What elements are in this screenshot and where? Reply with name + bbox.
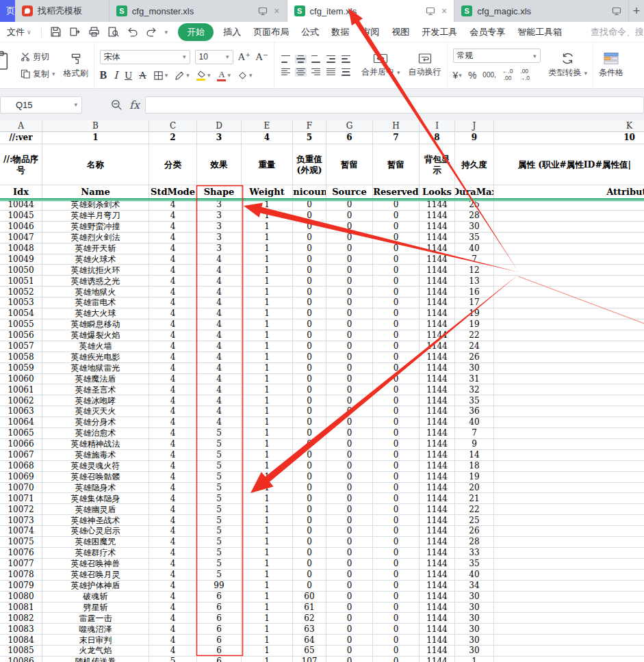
cell[interactable] <box>494 526 644 537</box>
cell[interactable]: 英雄抗拒火环 <box>42 265 149 276</box>
cell[interactable]: 0 <box>293 559 326 570</box>
cell[interactable]: 3 <box>197 211 242 222</box>
cell[interactable]: 0 <box>293 330 326 341</box>
cell[interactable]: 0 <box>326 592 373 603</box>
cell[interactable]: 4 <box>149 287 197 297</box>
cell[interactable] <box>494 276 644 287</box>
cell[interactable]: 0 <box>373 646 420 657</box>
tab-docer-templates[interactable]: 找稻壳模板 <box>15 0 110 22</box>
cell[interactable]: 30 <box>455 624 494 635</box>
cell[interactable]: 1144 <box>420 570 455 581</box>
name-box[interactable]: Q15▾ <box>0 96 82 114</box>
cell[interactable]: 0 <box>373 483 420 494</box>
cell[interactable]: 1 <box>242 384 293 395</box>
cell[interactable]: 英雄大火球 <box>42 308 149 319</box>
cell[interactable]: 1144 <box>420 319 455 330</box>
cell[interactable]: 1144 <box>420 472 455 483</box>
cell[interactable]: 1144 <box>420 233 455 243</box>
cell[interactable] <box>494 233 644 243</box>
cell[interactable]: 英雄召唤神兽 <box>42 559 149 570</box>
cell[interactable]: 1 <box>242 265 293 276</box>
column-header[interactable]: D <box>197 120 242 132</box>
cell[interactable]: 10069 <box>0 472 42 483</box>
cell[interactable]: 1 <box>242 592 293 603</box>
cell[interactable]: 7 <box>373 132 420 144</box>
cell[interactable]: 1 <box>242 439 293 450</box>
cell[interactable]: 1144 <box>420 613 455 624</box>
currency-button[interactable]: ¥▾ <box>453 70 462 81</box>
cell[interactable]: 1 <box>242 581 293 592</box>
cell[interactable]: 0 <box>326 330 373 341</box>
cell[interactable]: 1 <box>242 515 293 526</box>
cell[interactable]: 英雄召唤骷髅 <box>42 472 149 483</box>
menu-tab-9[interactable]: 智能工具箱 <box>511 23 568 41</box>
cell[interactable]: 0 <box>326 211 373 222</box>
cut-button[interactable]: 剪切 <box>21 51 55 63</box>
cell[interactable]: 1 <box>242 537 293 548</box>
cell[interactable]: 1 <box>242 395 293 406</box>
cell[interactable]: 10063 <box>0 406 42 417</box>
cell[interactable]: 1 <box>242 613 293 624</box>
cell[interactable]: 10085 <box>0 646 42 657</box>
cell[interactable]: 英雄心灵启示 <box>42 526 149 537</box>
cell[interactable]: 4 <box>149 526 197 537</box>
cell[interactable]: 0 <box>373 548 420 559</box>
cell[interactable]: 英雄半月弯刀 <box>42 211 149 222</box>
cell[interactable]: 英雄集体隐身 <box>42 493 149 504</box>
cell[interactable] <box>494 493 644 504</box>
cell[interactable]: 0 <box>293 417 326 428</box>
cell[interactable] <box>494 570 644 581</box>
cell[interactable]: 10066 <box>0 439 42 450</box>
cell[interactable]: Shape <box>197 185 242 200</box>
align-center-icon[interactable] <box>295 68 307 77</box>
column-header[interactable]: G <box>326 120 373 132</box>
cell[interactable]: 0 <box>326 265 373 276</box>
cell[interactable]: 21 <box>455 493 494 504</box>
cell[interactable]: 英雄地狱火 <box>42 287 149 297</box>
cell[interactable]: 0 <box>326 570 373 581</box>
cell[interactable]: 10054 <box>0 308 42 319</box>
cell[interactable] <box>494 330 644 341</box>
cell[interactable]: 0 <box>293 581 326 592</box>
align-left-icon[interactable] <box>280 68 292 77</box>
cell[interactable]: 英雄圣言术 <box>42 384 149 395</box>
cell[interactable]: 1144 <box>420 265 455 276</box>
cell[interactable]: 10047 <box>0 233 42 243</box>
cell[interactable]: 9 <box>455 132 494 144</box>
cell[interactable]: 英雄分身术 <box>42 417 149 428</box>
cell[interactable]: 0 <box>326 341 373 352</box>
cell[interactable]: 0 <box>373 493 420 504</box>
cell[interactable] <box>494 624 644 635</box>
cell[interactable]: 0 <box>373 537 420 548</box>
cell[interactable]: 40 <box>455 417 494 428</box>
justify-icon[interactable] <box>325 68 337 77</box>
cell[interactable]: 背包显 示 <box>420 144 455 185</box>
cell[interactable]: 4 <box>149 363 197 374</box>
cell[interactable]: 0 <box>326 439 373 450</box>
cell[interactable]: 英雄诱惑之光 <box>42 276 149 287</box>
cell[interactable]: 0 <box>293 254 326 265</box>
undo-icon[interactable] <box>127 26 138 38</box>
cell[interactable]: 28 <box>455 211 494 222</box>
cell[interactable]: 英雄精神战法 <box>42 439 149 450</box>
tab-cfg-monster[interactable]: S cfg_monster.xls × <box>110 0 287 22</box>
cell[interactable]: 25 <box>455 515 494 526</box>
cell[interactable]: 5 <box>197 515 242 526</box>
cell[interactable]: 10053 <box>0 297 42 308</box>
cell[interactable]: 4 <box>149 504 197 515</box>
cell[interactable]: 1144 <box>420 603 455 613</box>
cell[interactable]: 0 <box>326 276 373 287</box>
cell[interactable]: 5 <box>197 526 242 537</box>
cell[interactable]: 64 <box>293 635 326 646</box>
cell[interactable]: 1 <box>242 319 293 330</box>
cell[interactable]: 4 <box>149 603 197 613</box>
cell[interactable]: StdMode <box>149 185 197 200</box>
cell[interactable]: 0 <box>326 515 373 526</box>
cell[interactable]: 0 <box>326 363 373 374</box>
cell[interactable]: 英雄爆裂火焰 <box>42 330 149 341</box>
cell[interactable]: 9 <box>455 439 494 450</box>
cell[interactable]: 4 <box>149 341 197 352</box>
font-name-select[interactable]: 宋体▾ <box>100 50 190 64</box>
cell[interactable]: 4 <box>197 308 242 319</box>
cell[interactable]: 1144 <box>420 635 455 646</box>
